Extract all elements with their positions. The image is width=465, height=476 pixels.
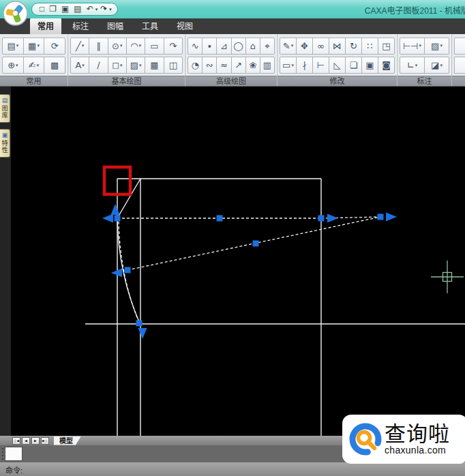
sheet-settings-button[interactable]: ▤ (454, 38, 465, 55)
tab-common[interactable]: 常用 (30, 18, 61, 34)
chevron-down-icon[interactable]: ▾ (120, 63, 123, 68)
sidebar-tab-properties[interactable]: ▣特性 (0, 129, 10, 158)
print-button[interactable]: ▤ (72, 3, 83, 15)
rotate-button[interactable]: ↻ (345, 38, 362, 55)
polyline-button[interactable]: ↷ (164, 38, 183, 55)
chevron-down-icon[interactable]: ▾ (37, 43, 40, 48)
wave-button[interactable]: ∾ (202, 57, 217, 74)
erase-button[interactable]: ✎▾ (280, 38, 297, 55)
arrow-button[interactable]: ↗ (231, 57, 246, 74)
new-button[interactable]: □ (38, 3, 46, 15)
sheet-tab-model[interactable]: 模型 (54, 436, 81, 445)
chevron-down-icon[interactable]: ▾ (82, 43, 85, 48)
stamp-button[interactable]: ✍▾ (23, 57, 45, 74)
chevron-down-icon[interactable]: ▾ (139, 43, 142, 48)
sine-button[interactable]: ≈ (216, 57, 231, 74)
sheet-prev-button[interactable]: ◀ (22, 437, 30, 445)
chevron-down-icon[interactable]: ▾ (16, 63, 18, 68)
dim-edit-button[interactable]: ◪▾ (424, 57, 449, 74)
sheet-last-button[interactable]: ▶❘ (41, 437, 49, 445)
selection-grip[interactable] (217, 215, 223, 222)
chevron-down-icon[interactable]: ▾ (16, 43, 19, 48)
array-button[interactable]: ∷ (361, 38, 378, 55)
tab-dimension[interactable]: 标注 (65, 18, 96, 34)
fill-button[interactable]: ▨▾ (126, 57, 145, 74)
drawing-canvas[interactable] (11, 87, 465, 436)
line-width-button[interactable]: ≡ (454, 57, 465, 74)
sidebar-tab-library[interactable]: ▤图库 (0, 94, 10, 123)
image-frame-button[interactable]: ▨▾ (424, 38, 449, 55)
chevron-down-icon[interactable]: ▾ (440, 43, 442, 48)
save-button[interactable]: ▣ (59, 3, 71, 15)
selection-arrow-down[interactable] (138, 328, 147, 339)
fillet-button[interactable]: ◙ (378, 57, 395, 74)
paste-button[interactable]: ▤▾ (2, 38, 24, 55)
contour-button[interactable]: ❀ (245, 57, 260, 74)
selection-grip[interactable] (115, 215, 121, 222)
rectangle-button[interactable]: ▭ (145, 38, 164, 55)
selection-grip[interactable] (125, 267, 131, 273)
dimension-button[interactable]: ⊢⊣▾ (400, 38, 425, 55)
offset-button[interactable]: ◳ (378, 38, 395, 55)
selection-arrow-left[interactable] (102, 214, 113, 223)
selection-grip[interactable] (378, 214, 384, 220)
tab-view[interactable]: 视图 (169, 18, 200, 34)
undo-button-dropdown[interactable]: ▾ (95, 7, 98, 12)
text-button[interactable]: A▾ (70, 57, 89, 74)
app-menu-button[interactable] (3, 1, 28, 26)
tab-sheet[interactable]: 图幅 (100, 18, 131, 34)
parallel-button[interactable]: ∥ (89, 38, 108, 55)
extend-button[interactable]: ⊢ (312, 57, 329, 74)
selection-grip[interactable] (318, 215, 325, 222)
point-button[interactable]: ∙ (202, 38, 217, 55)
selection-arrow-up[interactable] (111, 204, 120, 215)
selection-arrow-right[interactable] (327, 214, 338, 223)
selection-grip[interactable] (253, 241, 259, 247)
spline-button[interactable]: ∿ (188, 38, 202, 55)
shape-button[interactable]: ◻▾ (108, 57, 127, 74)
chevron-down-icon[interactable]: ▾ (291, 63, 294, 68)
frame-button[interactable]: ❏ (345, 57, 362, 74)
mirror-button[interactable]: ⋈ (329, 38, 346, 55)
trim-button[interactable]: ∤ (296, 57, 313, 74)
copy-button[interactable]: ▦▾ (23, 38, 45, 55)
angle-line-button[interactable]: ⊿ (216, 38, 231, 55)
pie-button[interactable]: ◔ (188, 57, 202, 74)
coordinate-dim-button[interactable]: ∟▾ (400, 57, 425, 74)
formula-curve-button[interactable]: ⌖ (260, 38, 275, 55)
arc-button[interactable]: ◠▾ (126, 38, 145, 55)
redo-button-dropdown[interactable]: ▾ (109, 7, 112, 12)
move-button[interactable]: ✥ (296, 38, 313, 55)
chevron-down-icon[interactable]: ▾ (139, 63, 142, 68)
chevron-down-icon[interactable]: ▾ (415, 63, 418, 68)
stretch-button[interactable]: ▭▾ (280, 57, 297, 74)
chevron-down-icon[interactable]: ▾ (37, 63, 40, 68)
refresh-view-button[interactable]: ⟳ (44, 38, 65, 55)
hatch-line-button[interactable]: ∕ (89, 57, 108, 74)
line-button[interactable]: ╱▾ (70, 38, 89, 55)
open-button[interactable]: ❒ (47, 3, 59, 15)
command-input[interactable] (5, 447, 22, 461)
chamfer-button[interactable]: ◺ (329, 57, 346, 74)
polygon-button[interactable]: ⌂ (245, 38, 260, 55)
sheet-first-button[interactable]: ❘◀ (12, 437, 20, 445)
block-button[interactable]: ▣ (361, 57, 378, 74)
chevron-down-icon[interactable]: ▾ (120, 43, 123, 48)
chevron-down-icon[interactable]: ▾ (419, 43, 422, 48)
chevron-down-icon[interactable]: ▾ (82, 63, 85, 68)
pan-button[interactable]: ▩ (44, 57, 65, 74)
grid-button[interactable]: ▦ (145, 57, 164, 74)
qat-customize-button[interactable]: ▾ (104, 5, 106, 12)
chevron-down-icon[interactable]: ▾ (440, 63, 442, 68)
circle-button[interactable]: ⊙▾ (108, 38, 127, 55)
zoom-button[interactable]: ⊕▾ (2, 57, 24, 74)
selection-arrow-right[interactable] (386, 213, 397, 222)
region-button[interactable]: ◫ (164, 57, 183, 74)
selection-arrow-left[interactable] (111, 269, 122, 278)
bars-button[interactable]: ▥ (260, 57, 275, 74)
sheet-next-button[interactable]: ▶ (31, 437, 40, 445)
selection-grip[interactable] (136, 321, 142, 327)
ellipse-button[interactable]: ◯ (231, 38, 246, 55)
chevron-down-icon[interactable]: ▾ (291, 43, 294, 48)
toolbar-grip[interactable] (2, 448, 3, 460)
